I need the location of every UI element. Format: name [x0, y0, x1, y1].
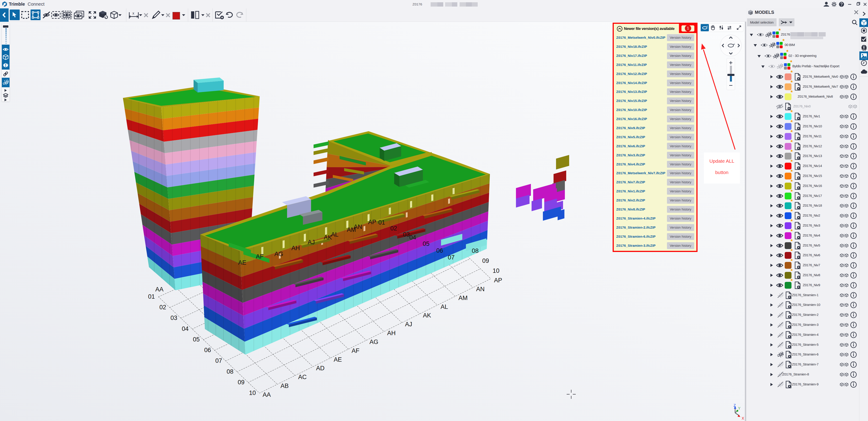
svg-text:04: 04 [182, 326, 189, 332]
svg-text:10: 10 [493, 268, 499, 274]
svg-text:AP: AP [368, 219, 376, 225]
svg-text:07: 07 [215, 357, 222, 364]
svg-text:04: 04 [409, 234, 416, 241]
svg-text:AM: AM [459, 294, 468, 301]
svg-text:10: 10 [249, 390, 256, 396]
svg-text:08: 08 [472, 247, 478, 254]
svg-text:AN: AN [353, 223, 362, 230]
svg-text:x: x [132, 11, 134, 15]
svg-text:Z: Z [734, 403, 736, 408]
svg-text:AG: AG [370, 339, 378, 345]
svg-text:07: 07 [448, 254, 455, 261]
svg-text:AF: AF [256, 253, 264, 260]
svg-text:08: 08 [227, 368, 234, 375]
svg-text:AN: AN [476, 286, 485, 292]
svg-text:02: 02 [390, 225, 397, 232]
svg-text:Y: Y [738, 406, 741, 410]
svg-text:AE: AE [238, 259, 246, 266]
svg-text:03: 03 [170, 314, 177, 321]
svg-text:AP: AP [494, 277, 502, 284]
svg-text:09: 09 [482, 257, 489, 264]
svg-text:02: 02 [159, 304, 166, 311]
svg-text:AA: AA [155, 286, 163, 293]
svg-text:05: 05 [423, 241, 430, 247]
svg-text:AH: AH [387, 330, 396, 336]
svg-text:01: 01 [378, 219, 385, 226]
svg-text:AH: AH [291, 245, 300, 252]
svg-text:X: X [742, 417, 744, 420]
svg-text:AJ: AJ [405, 321, 412, 328]
svg-text:AG: AG [274, 251, 283, 257]
svg-text:AL: AL [331, 231, 338, 238]
svg-text:AC: AC [298, 374, 307, 381]
svg-text:AB: AB [280, 383, 289, 389]
svg-text:03: 03 [403, 231, 410, 238]
svg-text:AK: AK [324, 234, 332, 241]
svg-text:AL: AL [440, 303, 448, 310]
svg-text:AD: AD [316, 365, 324, 372]
svg-text:AA: AA [262, 391, 271, 398]
svg-text:AE: AE [334, 356, 342, 363]
svg-text:AJ: AJ [308, 239, 315, 246]
svg-text:AK: AK [423, 312, 431, 319]
svg-text:01: 01 [148, 293, 155, 300]
svg-text:09: 09 [238, 379, 245, 386]
svg-text:05: 05 [193, 336, 200, 343]
svg-text:06: 06 [204, 347, 211, 354]
svg-text:AF: AF [351, 347, 360, 354]
svg-text:06: 06 [436, 247, 443, 254]
